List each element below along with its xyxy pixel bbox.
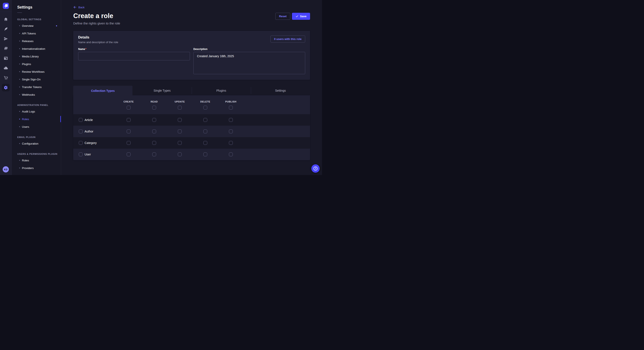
tab-single-types[interactable]: Single Types [132,86,192,95]
bullet-icon [19,48,20,49]
users-with-role-button[interactable]: 0 users with this role [270,35,305,42]
subnav-item-api-tokens[interactable]: API Tokens [12,29,61,37]
column-header-create: CREATE [124,100,134,103]
subnav-item-plugins[interactable]: Plugins [12,60,61,68]
description-textarea[interactable]: Created January 16th, 2025 [193,52,305,74]
user-publish-checkbox[interactable] [229,153,233,156]
subnav-item-label: Plugins [22,62,31,66]
subnav-item-media-library[interactable]: Media Library [12,52,61,60]
article-update-checkbox[interactable] [178,118,182,122]
strapi-logo-icon[interactable] [3,3,9,9]
author-delete-checkbox[interactable] [204,130,207,133]
subnav-item-review-workflows[interactable]: Review Workflows [12,68,61,75]
name-input[interactable] [78,52,190,60]
users-with-role-label: 0 users with this role [274,37,302,41]
subnav-item-roles[interactable]: Roles [12,157,61,164]
name-field-label: Name* [78,48,190,51]
save-button[interactable]: Save [292,13,310,20]
page-subtitle: Define the rights given to the role [73,21,120,25]
category-delete-checkbox[interactable] [204,141,207,145]
author-read-checkbox[interactable] [152,130,156,133]
user-create-checkbox[interactable] [127,153,130,156]
bullet-icon [19,71,20,72]
avatar[interactable]: KD [3,166,9,173]
user-delete-checkbox[interactable] [204,153,207,156]
author-publish-checkbox[interactable] [229,130,233,133]
subnav-item-roles[interactable]: Roles [12,115,61,123]
images-icon[interactable] [2,45,10,52]
subnav-item-label: API Tokens [22,32,36,35]
paper-plane-icon[interactable] [2,35,10,42]
bullet-icon [19,119,20,120]
article-read-checkbox[interactable] [152,118,156,122]
category-create-checkbox[interactable] [127,141,130,145]
help-button[interactable]: ? [311,164,320,173]
subnav-item-overview[interactable]: Overview [12,22,61,29]
permissions-panel: CREATEREADUPDATEDELETEPUBLISH ArticleAut… [73,96,310,160]
permissions-header-row: CREATEREADUPDATEDELETEPUBLISH [73,96,310,114]
select-all-create-checkbox[interactable] [127,106,130,110]
reset-button[interactable]: Reset [275,13,290,20]
settings-subnav: Settings GLOBAL SETTINGSOverviewAPI Toke… [12,0,61,175]
description-field-label: Description [193,48,305,51]
column-header-read: READ [150,100,158,103]
permission-row-article: Article [73,114,310,126]
select-all-update-checkbox[interactable] [178,106,182,110]
tab-settings[interactable]: Settings [251,86,310,95]
category-publish-checkbox[interactable] [229,141,233,145]
category-update-checkbox[interactable] [178,141,182,145]
nav-section-label: ADMINISTRATION PANEL [17,104,61,106]
author-update-checkbox[interactable] [178,130,182,133]
subnav-item-label: Configuration [22,142,38,145]
main-content: Back Create a role Define the rights giv… [61,0,322,175]
select-all-publish-checkbox[interactable] [229,106,233,110]
author-row-checkbox[interactable] [79,130,83,133]
subnav-item-single-sign-on[interactable]: Single Sign-On [12,75,61,83]
tab-label: Plugins [216,89,226,92]
subnav-item-configuration[interactable]: Configuration [12,140,61,147]
subnav-item-label: Roles [22,118,29,121]
subnav-item-label: Single Sign-On [22,78,40,81]
nav-section-label: USERS & PERMISSIONS PLUGIN [17,153,61,155]
subnav-item-label: Webhooks [22,93,35,96]
author-create-checkbox[interactable] [127,130,130,133]
subnav-item-transfer-tokens[interactable]: Transfer Tokens [12,83,61,91]
category-read-checkbox[interactable] [152,141,156,145]
subnav-item-releases[interactable]: Releases [12,37,61,45]
article-create-checkbox[interactable] [127,118,130,122]
article-delete-checkbox[interactable] [204,118,207,122]
row-label: User [84,153,91,156]
subnav-item-label: Overview [22,24,34,27]
article-row-checkbox[interactable] [79,118,83,122]
cart-icon[interactable] [2,74,10,82]
cloud-icon[interactable] [2,64,10,72]
bullet-icon [19,143,20,144]
subnav-item-label: Review Workflows [22,70,44,73]
subnav-item-internationalization[interactable]: Internationalization [12,45,61,52]
tab-plugins[interactable]: Plugins [192,86,251,95]
user-read-checkbox[interactable] [152,153,156,156]
home-icon[interactable] [2,15,10,23]
subnav-item-webhooks[interactable]: Webhooks [12,91,61,98]
select-all-read-checkbox[interactable] [152,106,156,110]
select-all-delete-checkbox[interactable] [204,106,207,110]
layout-icon[interactable] [2,54,10,62]
category-row-checkbox[interactable] [79,141,83,145]
subnav-item-label: Providers [22,167,34,170]
feather-icon[interactable] [2,25,10,33]
tab-collection-types[interactable]: Collection Types [73,86,132,96]
user-row-checkbox[interactable] [79,153,83,156]
subnav-item-providers[interactable]: Providers [12,164,61,172]
subnav-item-audit-logs[interactable]: Audit Logs [12,108,61,115]
nav-section-label: EMAIL PLUGIN [17,136,61,138]
bullet-icon [19,56,20,57]
back-arrow-icon [73,5,77,9]
article-publish-checkbox[interactable] [229,118,233,122]
gear-icon[interactable] [2,84,10,91]
user-update-checkbox[interactable] [178,153,182,156]
subnav-item-label: Media Library [22,55,39,58]
subnav-item-users[interactable]: Users [12,123,61,131]
bullet-icon [19,160,20,161]
subnav-item-label: Roles [22,159,29,162]
back-link[interactable]: Back [73,5,84,9]
